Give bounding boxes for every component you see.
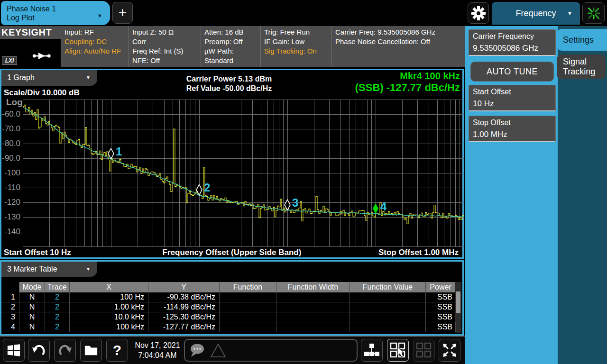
marker-table-header-cell[interactable] bbox=[1, 282, 19, 292]
annotation-field[interactable] bbox=[184, 339, 358, 362]
measurement-tab-line2: Log Plot bbox=[7, 13, 110, 22]
carrier-power-label: Carrier Power 5.13 dBm bbox=[120, 74, 338, 84]
marker-table-cell: -127.77 dBc/Hz bbox=[148, 322, 220, 332]
status-bar: KEYSIGHT LXI Input: RF Coupling: DC Alig… bbox=[0, 26, 465, 67]
layout-grid-button[interactable] bbox=[413, 339, 435, 362]
chevron-down-icon: ▼ bbox=[567, 2, 572, 25]
marker-table-cell: 100 kHz bbox=[70, 322, 148, 332]
ref-value-label: Ref Value -50.00 dBc/Hz bbox=[120, 84, 338, 93]
marker-number-label: 2 bbox=[204, 181, 210, 194]
marker-table-row[interactable]: 3N210.0 kHz-125.30 dBc/HzSSB bbox=[1, 312, 456, 322]
marker-table-cell: N bbox=[19, 312, 45, 322]
menu-dropdown-label: Frequency bbox=[515, 9, 556, 18]
status-line: Align: Auto/No RF bbox=[64, 46, 129, 56]
marker-diamond[interactable] bbox=[196, 184, 202, 195]
redo-button[interactable] bbox=[54, 339, 76, 362]
datetime-display: Nov 17, 2021 7:04:04 AM bbox=[131, 340, 184, 360]
carrier-frequency-field[interactable]: Carrier Frequency 9.535005086 GHz bbox=[469, 29, 556, 56]
auto-tune-button[interactable]: AUTO TUNE bbox=[470, 62, 554, 82]
status-line: Corr bbox=[132, 37, 201, 46]
stop-offset-label: Stop Offset 1.00 MHz bbox=[378, 248, 459, 257]
marker-table-cell: SSB bbox=[426, 322, 456, 332]
marker-table-cell bbox=[350, 322, 426, 332]
gear-icon bbox=[470, 5, 487, 21]
marker-readout-line1: Mkr4 100 kHz bbox=[355, 70, 460, 82]
system-alert-triangle-icon bbox=[210, 342, 227, 359]
marker-table-cell: 1.00 kHz bbox=[70, 302, 148, 312]
table-scrollbar-thumb[interactable] bbox=[456, 291, 460, 313]
speech-bubble-icon bbox=[189, 343, 208, 359]
marker-table-header-cell[interactable]: Power bbox=[426, 282, 456, 292]
marker-table-cell bbox=[350, 292, 426, 302]
sequence-setup-button[interactable] bbox=[361, 339, 383, 362]
marker-table-header: ModeTraceXYFunctionFunction WidthFunctio… bbox=[1, 282, 456, 292]
marker-diamond[interactable] bbox=[108, 148, 114, 159]
marker-table-cell bbox=[276, 292, 350, 302]
field-value: 9.535005086 GHz bbox=[473, 44, 538, 53]
select-window-button[interactable] bbox=[387, 339, 409, 362]
bottom-toolbar: ? Nov 17, 2021 7:04:04 AM bbox=[0, 336, 465, 364]
settings-gear-button[interactable] bbox=[468, 2, 489, 24]
marker-table-header-cell[interactable]: Trace bbox=[45, 282, 70, 292]
busy-indicator-button[interactable] bbox=[582, 2, 605, 24]
y-axis-tick-label: -140 bbox=[1, 227, 20, 237]
undo-button[interactable] bbox=[28, 339, 50, 362]
marker-diamond[interactable] bbox=[285, 200, 290, 210]
marker-table-cell: -125.30 dBc/Hz bbox=[148, 312, 220, 322]
chevron-down-icon: ▼ bbox=[97, 11, 102, 20]
start-offset-field[interactable]: Start Offset 10 Hz bbox=[469, 85, 556, 111]
status-col-inputz: Input Z: 50 Ω Corr Freq Ref: Int (S) NFE… bbox=[129, 26, 201, 67]
tab-signal-tracking[interactable]: Signal Tracking bbox=[557, 55, 606, 79]
marker-table-cell: 2 bbox=[45, 322, 70, 332]
status-col-carrier: Carrier Freq: 9.535005086 GHz Phase Nois… bbox=[331, 26, 465, 67]
marker-diamond-selected[interactable] bbox=[373, 203, 378, 214]
menu-dropdown-frequency[interactable]: Frequency ▼ bbox=[492, 2, 580, 25]
marker-number-label: 1 bbox=[116, 145, 122, 158]
phase-noise-plot[interactable]: 1234 bbox=[23, 100, 464, 247]
field-label: Carrier Frequency bbox=[473, 32, 534, 41]
measurement-tab[interactable]: Phase Noise 1 Log Plot ▼ bbox=[1, 1, 110, 25]
marker-table-row[interactable]: 2N21.00 kHz-114.99 dBc/HzSSB bbox=[1, 302, 456, 312]
fullscreen-button[interactable] bbox=[439, 339, 460, 362]
y-axis-tick-label: -70.0 bbox=[1, 124, 20, 134]
marker-table-cell bbox=[276, 302, 350, 312]
field-value: 10 Hz bbox=[473, 99, 494, 109]
marker-table-header-cell[interactable]: Y bbox=[148, 282, 220, 292]
log-scale-label: Log bbox=[6, 97, 23, 108]
marker-table-header-cell[interactable]: Function bbox=[220, 282, 276, 292]
brand-logo: KEYSIGHT bbox=[0, 26, 61, 39]
marker-table-row[interactable]: 1N2100 Hz-90.38 dBc/HzSSB bbox=[1, 292, 456, 302]
table-scrollbar[interactable] bbox=[455, 282, 461, 333]
add-measurement-button[interactable]: + bbox=[112, 2, 133, 24]
status-line: µW Path: Standard bbox=[204, 46, 260, 65]
chevron-down-icon: ▼ bbox=[86, 70, 91, 85]
graph-window[interactable]: 1 Graph ▼ Scale/Div 10.000 dB Carrier Po… bbox=[0, 69, 464, 259]
marker-table-cell: SSB bbox=[426, 312, 456, 322]
graph-selector-dropdown[interactable]: 1 Graph ▼ bbox=[1, 70, 97, 86]
marker-table-cell bbox=[220, 312, 276, 322]
tab-settings[interactable]: Settings bbox=[557, 29, 607, 51]
instrument-screen: Phase Noise 1 Log Plot ▼ + Frequency ▼ K… bbox=[0, 0, 607, 364]
time-label: 7:04:04 AM bbox=[131, 350, 184, 360]
marker-table-window[interactable]: 3 Marker Table ▼ ModeTraceXYFunctionFunc… bbox=[0, 260, 464, 336]
windows-start-button[interactable] bbox=[3, 339, 25, 362]
marker-table-cell bbox=[276, 322, 350, 332]
marker-table-header-cell[interactable]: Function Width bbox=[276, 282, 350, 292]
marker-table-selector-dropdown[interactable]: 3 Marker Table ▼ bbox=[1, 262, 97, 277]
stop-offset-field[interactable]: Stop Offset 1.00 MHz bbox=[469, 116, 556, 142]
date-label: Nov 17, 2021 bbox=[131, 340, 184, 350]
status-line: Atten: 16 dB bbox=[204, 27, 260, 37]
marker-table-cell bbox=[220, 322, 276, 332]
status-line: Sig Tracking: On bbox=[264, 46, 331, 56]
marker-table-cell: 3 bbox=[1, 312, 19, 322]
hand-select-window-icon bbox=[390, 342, 406, 358]
marker-table-header-cell[interactable]: Function Value bbox=[350, 282, 426, 292]
marker-table-cell: 2 bbox=[45, 302, 70, 312]
marker-table-header-cell[interactable]: Mode bbox=[19, 282, 45, 292]
file-open-button[interactable] bbox=[80, 339, 102, 362]
marker-table-row[interactable]: 4N2100 kHz-127.77 dBc/HzSSB bbox=[1, 322, 456, 332]
marker-table-header-cell[interactable]: X bbox=[70, 282, 148, 292]
help-button[interactable]: ? bbox=[106, 339, 128, 362]
lxi-badge: LXI bbox=[2, 56, 17, 65]
settings-panel: Carrier Frequency 9.535005086 GHz AUTO T… bbox=[465, 26, 607, 364]
